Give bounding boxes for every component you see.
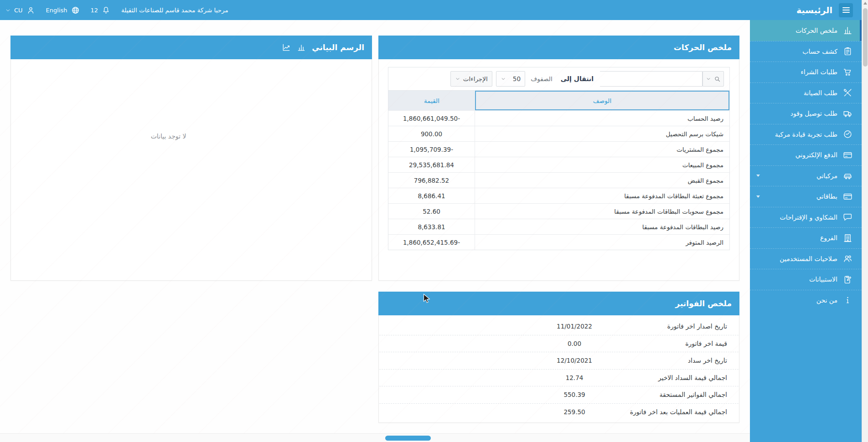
- user-menu[interactable]: CU: [5, 6, 35, 15]
- car-icon: [843, 171, 852, 180]
- description-cell: مجموع سحوبات البطاقات المدفوعة مسبقا: [475, 204, 729, 219]
- value-cell: 1,095,709.39-: [388, 142, 475, 157]
- topbar-utilities: CU English 12 مرحبا شركة محمد قاسم للصنا…: [5, 0, 228, 20]
- chart-empty-message: لا توجد بيانات: [0, 133, 349, 140]
- invoice-row-value: 550.39: [538, 391, 611, 398]
- sidebar-item[interactable]: مركباتي: [750, 165, 862, 186]
- transactions-toolbar: انتقال إلى الصفوف 50 الإجراءات: [388, 67, 729, 90]
- rows-per-page-value: 50: [513, 75, 521, 82]
- value-cell: 29,535,681.84: [388, 157, 475, 172]
- list-item: قيمة اخر فاتورة 0.00: [379, 335, 739, 352]
- table-header-row: الوصف القيمة: [388, 91, 729, 110]
- value-cell: 1,860,652,415.69-: [388, 235, 475, 250]
- invoices-panel-title: ملخص الفواتير: [675, 299, 732, 308]
- value-cell: 8,633.81: [388, 219, 475, 234]
- horizontal-scrollbar-thumb[interactable]: [385, 436, 431, 441]
- sidebar-item[interactable]: طلب توصيل وقود: [750, 103, 862, 124]
- tools-icon: [843, 88, 852, 98]
- goto-button[interactable]: انتقال إلى: [561, 75, 594, 82]
- truck-icon: [843, 109, 852, 118]
- language-switcher[interactable]: English: [46, 6, 80, 15]
- search-input[interactable]: [600, 71, 703, 87]
- invoice-row-label: تاريخ اصدار اخر فاتورة: [667, 323, 739, 330]
- transactions-panel-header: ملخص الحركات: [378, 36, 739, 59]
- horizontal-scrollbar[interactable]: [0, 433, 750, 442]
- rows-label: الصفوف: [531, 75, 552, 82]
- value-cell: 8,686.41: [388, 188, 475, 203]
- invoice-row-label: اجمالي الفواتير المستحقة: [659, 391, 739, 398]
- sidebar-item[interactable]: الشكاوي و الإقتراحات: [750, 207, 862, 228]
- building-icon: [843, 233, 852, 243]
- description-cell: شيكات برسم التحصيل: [475, 126, 729, 141]
- sidebar-item[interactable]: طلبات الشراء: [750, 62, 862, 82]
- survey-icon: [843, 275, 852, 284]
- sidebar-item[interactable]: طلب الصيانة: [750, 82, 862, 103]
- description-cell: الرصيد المتوفر: [475, 235, 729, 250]
- credit-card-icon: [843, 150, 852, 160]
- sidebar-item[interactable]: الاستبيانات: [750, 269, 862, 290]
- invoice-row-label: قيمة اخر فاتورة: [685, 340, 739, 347]
- chart-panel-title: الرسم البياني: [312, 43, 364, 52]
- vertical-scrollbar[interactable]: [862, 0, 868, 442]
- chevron-down-icon: [756, 195, 760, 198]
- list-item: تاريخ اخر سداد 12/10/2021: [379, 352, 739, 369]
- actions-menu-button[interactable]: الإجراءات: [450, 71, 492, 87]
- description-cell: مجموع المشتريات: [475, 142, 729, 157]
- line-chart-icon[interactable]: [282, 43, 291, 52]
- sidebar-item[interactable]: ملخص الحركات: [750, 20, 862, 41]
- dashboard-page: الرئيسية CU English 12 مرحبا شركة محمد ق…: [0, 0, 868, 442]
- notifications[interactable]: 12: [91, 6, 111, 15]
- list-item: تاريخ اصدار اخر فاتورة 11/01/2022: [379, 318, 739, 335]
- chevron-down-icon: [501, 77, 506, 81]
- table-row: مجموع القبض 796,882.52: [388, 172, 729, 188]
- table-row: شيكات برسم التحصيل 900.00: [388, 126, 729, 141]
- chevron-down-icon: [455, 77, 460, 81]
- invoice-row-label: اجمالي قيمة السداد الاخير: [658, 374, 739, 381]
- value-cell: 796,882.52: [388, 173, 475, 188]
- value-cell: 1,860,661,049.50-: [388, 111, 475, 126]
- table-row: مجموع سحوبات البطاقات المدفوعة مسبقا 52.…: [388, 203, 729, 219]
- description-cell: مجموع القبض: [475, 173, 729, 188]
- topbar-right: الرئيسية: [796, 0, 853, 20]
- sidebar-item[interactable]: من نحن: [750, 290, 862, 311]
- cart-icon: [843, 67, 852, 77]
- user-icon: [26, 6, 35, 15]
- list-item: اجمالي الفواتير المستحقة 550.39: [379, 386, 739, 403]
- scroll-up-arrow[interactable]: [863, 2, 867, 5]
- vertical-scrollbar-thumb[interactable]: [863, 8, 868, 67]
- invoice-row-value: 0.00: [538, 340, 611, 347]
- table-row: مجموع المبيعات 29,535,681.84: [388, 157, 729, 172]
- table-row: رصيد البطاقات المدفوعة مسبقا 8,633.81: [388, 219, 729, 234]
- column-header-value[interactable]: القيمة: [388, 91, 475, 110]
- invoice-row-value: 11/01/2022: [538, 323, 611, 330]
- transactions-table: الوصف القيمة رصيد الحساب 1,860,661,049.5…: [388, 90, 729, 250]
- sidebar-item[interactable]: الفروع: [750, 227, 862, 248]
- hamburger-menu-button[interactable]: [839, 3, 853, 17]
- info-icon: [843, 295, 852, 305]
- invoice-row-value: 259.50: [538, 408, 611, 416]
- transactions-report: انتقال إلى الصفوف 50 الإجراءات الوصف الق…: [388, 67, 730, 250]
- user-initials: CU: [14, 7, 23, 14]
- table-row: رصيد الحساب 1,860,661,049.50-: [388, 110, 729, 126]
- sidebar-item[interactable]: طلب تجربة قيادة مركبة: [750, 124, 862, 145]
- bar-chart-icon[interactable]: [297, 43, 306, 52]
- page-title: الرئيسية: [796, 5, 832, 15]
- value-cell: 52.60: [388, 204, 475, 219]
- column-header-description[interactable]: الوصف: [475, 91, 729, 110]
- chat-icon: [843, 212, 852, 222]
- bar-chart-icon: [843, 26, 852, 35]
- invoice-row-label: تاريخ اخر سداد: [688, 357, 739, 364]
- transactions-panel-title: ملخص الحركات: [674, 43, 732, 52]
- sidebar-item[interactable]: بطاقاتي: [750, 186, 862, 207]
- chart-panel: الرسم البياني لا توجد بيانات: [10, 36, 372, 281]
- sidebar-item[interactable]: صلاحيات المستخدمين: [750, 248, 862, 269]
- chevron-down-icon: [5, 8, 10, 13]
- search-button[interactable]: [703, 71, 724, 87]
- list-item: اجمالي قيمة السداد الاخير 12.74: [379, 369, 739, 386]
- rows-per-page-select[interactable]: 50: [496, 71, 525, 87]
- description-cell: رصيد البطاقات المدفوعة مسبقا: [475, 219, 729, 234]
- sidebar-item[interactable]: الدفع الإلكتروني: [750, 144, 862, 165]
- search-bar: [600, 71, 724, 87]
- sidebar-item[interactable]: كشف حساب: [750, 41, 862, 62]
- search-icon: [714, 76, 721, 82]
